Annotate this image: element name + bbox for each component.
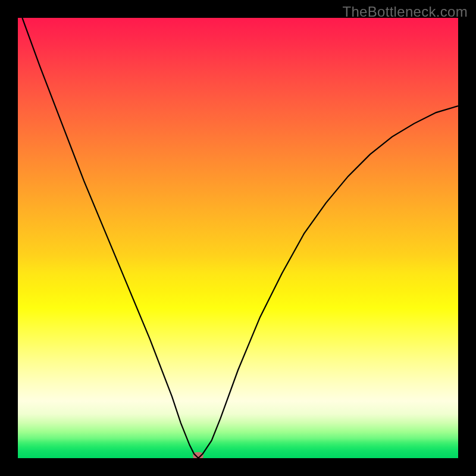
- bottleneck-curve: [18, 18, 458, 458]
- plot-area: [18, 18, 458, 458]
- watermark-text: TheBottleneck.com: [342, 4, 468, 20]
